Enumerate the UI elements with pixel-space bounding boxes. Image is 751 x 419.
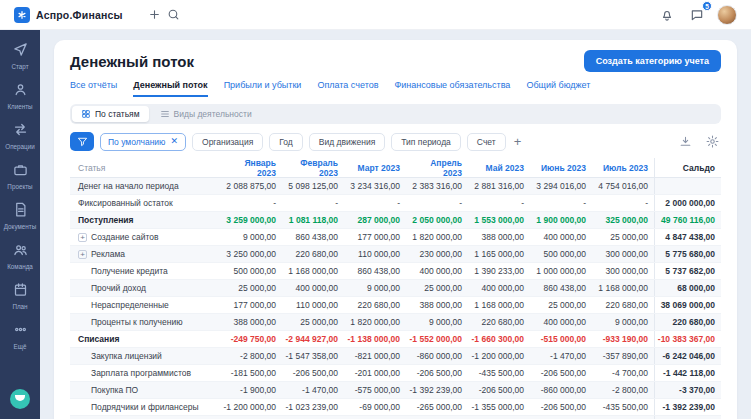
app-logo-icon[interactable] bbox=[14, 7, 30, 23]
value-cell: 110 000,00 bbox=[282, 297, 344, 313]
add-filter-button[interactable]: + bbox=[512, 135, 524, 148]
saldo-cell: 220 680,00 bbox=[654, 314, 721, 330]
table-row[interactable]: Прочий доход25 000,00400 000,009 000,002… bbox=[70, 280, 721, 297]
value-cell: -1 660 300,00 bbox=[468, 331, 530, 347]
sidebar-item-documents[interactable]: Документы bbox=[0, 196, 40, 236]
rocket-icon bbox=[13, 42, 28, 61]
filter-funnel-icon[interactable] bbox=[70, 132, 94, 151]
value-cell: - bbox=[282, 195, 344, 211]
value-cell: 3 234 316,00 bbox=[344, 178, 406, 194]
user-avatar[interactable] bbox=[717, 5, 737, 25]
tab-profit-loss[interactable]: Прибыли и убытки bbox=[224, 80, 302, 97]
value-cell: -206 500,00 bbox=[530, 365, 592, 381]
filter-preset-chip[interactable]: По умолчанию ✕ bbox=[100, 133, 186, 151]
column-header-month[interactable]: Май 2023 bbox=[468, 163, 530, 173]
value-cell: -1 200 000,00 bbox=[220, 399, 282, 415]
value-cell: 1 168 000,00 bbox=[282, 263, 344, 279]
sidebar-item-clients[interactable]: Клиенты bbox=[0, 76, 40, 116]
value-cell: -1 547 358,00 bbox=[282, 348, 344, 364]
sidebar-item-label: Операции bbox=[5, 143, 34, 150]
search-icon[interactable] bbox=[164, 5, 183, 24]
table-row[interactable]: +Реклама3 250 000,00220 680,00110 000,00… bbox=[70, 246, 721, 263]
sidebar: СтартКлиентыОперацииПроектыДокументыКома… bbox=[0, 30, 40, 419]
table-row[interactable]: Проценты к получению388 000,0025 000,001… bbox=[70, 314, 721, 331]
value-cell: -265 000,00 bbox=[406, 399, 468, 415]
table-row[interactable]: Покупка ПО-1 900,00-1 470,00-575 000,00-… bbox=[70, 382, 721, 399]
value-cell: 388 000,00 bbox=[406, 297, 468, 313]
column-header-saldo: Сальдо bbox=[654, 158, 721, 178]
table-row[interactable]: Получение кредита500 000,001 168 000,008… bbox=[70, 263, 721, 280]
value-cell: 1 390 233,00 bbox=[468, 263, 530, 279]
value-cell: 3 250 000,00 bbox=[220, 246, 282, 262]
saldo-cell: -10 383 367,00 bbox=[654, 331, 721, 347]
value-cell: -206 500,00 bbox=[468, 382, 530, 398]
saldo-cell: -3 370,00 bbox=[654, 382, 721, 398]
value-cell: -249 750,00 bbox=[220, 331, 282, 347]
value-cell: -1 552 000,00 bbox=[406, 331, 468, 347]
clients-icon bbox=[13, 82, 28, 101]
filter-dropdown-year[interactable]: Год bbox=[269, 133, 303, 151]
sidebar-item-operations[interactable]: Операции bbox=[0, 116, 40, 156]
grid-icon bbox=[81, 109, 91, 119]
settings-gear-icon[interactable] bbox=[704, 133, 721, 150]
column-header-month[interactable]: Март 2023 bbox=[344, 163, 406, 173]
download-icon[interactable] bbox=[677, 133, 694, 150]
table-row[interactable]: +Создание сайтов9 000,00860 438,00177 00… bbox=[70, 229, 721, 246]
value-cell: 177 000,00 bbox=[220, 297, 282, 313]
value-cell: - bbox=[592, 195, 654, 211]
create-category-button[interactable]: Создать категорию учета bbox=[584, 50, 721, 72]
row-label: Проценты к получению bbox=[70, 314, 220, 330]
expand-row-button[interactable]: + bbox=[78, 250, 87, 259]
table-row[interactable]: Зарплата программистов-181 500,00-206 50… bbox=[70, 365, 721, 382]
value-cell: -1 900,00 bbox=[220, 382, 282, 398]
table-row[interactable]: Закупка лицензий-2 800,00-1 547 358,00-8… bbox=[70, 348, 721, 365]
column-header-month[interactable]: Июнь 2023 bbox=[530, 163, 592, 173]
add-button[interactable] bbox=[145, 5, 164, 24]
table-row[interactable]: Фиксированный остаток-------2 000 000,00 bbox=[70, 195, 721, 212]
documents-icon bbox=[13, 202, 28, 221]
filter-dropdown-movement-type[interactable]: Вид движения bbox=[309, 133, 385, 151]
view-toggle-by-items[interactable]: По статьям bbox=[72, 106, 149, 122]
column-header-month[interactable]: Февраль 2023 bbox=[282, 158, 344, 178]
filter-dropdown-account[interactable]: Счет bbox=[467, 133, 506, 151]
table-row[interactable]: Денег на начало периода2 088 875,005 098… bbox=[70, 178, 721, 195]
value-cell: 287 000,00 bbox=[344, 212, 406, 228]
sidebar-item-team[interactable]: Команда bbox=[0, 236, 40, 276]
tab-cash-flow[interactable]: Денежный поток bbox=[133, 80, 207, 97]
column-header-month[interactable]: Январь 2023 bbox=[220, 158, 282, 178]
row-label: Покупка ПО bbox=[70, 382, 220, 398]
value-cell: 325 000,00 bbox=[592, 212, 654, 228]
sidebar-item-label: Документы bbox=[4, 223, 36, 230]
remove-filter-icon[interactable]: ✕ bbox=[170, 137, 178, 146]
column-header-month[interactable]: Апрель 2023 bbox=[406, 158, 468, 178]
tab-invoice-payments[interactable]: Оплата счетов bbox=[317, 80, 378, 97]
filter-row: По умолчанию ✕ ОрганизацияГодВид движени… bbox=[70, 132, 721, 151]
table-row[interactable]: Нераспределенные177 000,00110 000,00220 … bbox=[70, 297, 721, 314]
value-cell: -2 800,00 bbox=[220, 348, 282, 364]
cash-flow-table: СтатьяЯнварь 2023Февраль 2023Март 2023Ап… bbox=[70, 158, 721, 419]
value-cell: 230 000,00 bbox=[406, 246, 468, 262]
column-header-month[interactable]: Июль 2023 bbox=[592, 163, 654, 173]
table-row[interactable]: Поступления3 259 000,001 081 118,00287 0… bbox=[70, 212, 721, 229]
tab-liabilities[interactable]: Финансовые обязательства bbox=[394, 80, 510, 97]
row-label: Получение кредита bbox=[70, 263, 220, 279]
saldo-cell: 38 069 000,00 bbox=[654, 297, 721, 313]
value-cell: -206 500,00 bbox=[406, 365, 468, 381]
notifications-bell-icon[interactable] bbox=[657, 5, 677, 25]
filter-dropdown-organization[interactable]: Организация bbox=[192, 133, 263, 151]
tab-total-budget[interactable]: Общий бюджет bbox=[526, 80, 590, 97]
team-icon bbox=[13, 242, 28, 261]
sidebar-item-more[interactable]: Ещё bbox=[0, 316, 40, 356]
aspro-mascot-logo[interactable] bbox=[10, 389, 30, 409]
filter-dropdown-period-type[interactable]: Тип периода bbox=[391, 133, 461, 151]
value-cell: -1 138 000,00 bbox=[344, 331, 406, 347]
sidebar-item-plan[interactable]: План bbox=[0, 276, 40, 316]
topbar: Аспро.Финансы 5 bbox=[0, 0, 751, 30]
sidebar-item-projects[interactable]: Проекты bbox=[0, 156, 40, 196]
table-row[interactable]: Подрядчики и фрилансеры-1 200 000,00-1 0… bbox=[70, 399, 721, 416]
tab-all-reports[interactable]: Все отчёты bbox=[70, 80, 117, 97]
sidebar-item-start[interactable]: Старт bbox=[0, 36, 40, 76]
view-toggle-by-activity[interactable]: Виды деятельности bbox=[151, 106, 261, 122]
expand-row-button[interactable]: + bbox=[78, 233, 87, 242]
table-row[interactable]: Списания-249 750,00-2 944 927,00-1 138 0… bbox=[70, 331, 721, 348]
